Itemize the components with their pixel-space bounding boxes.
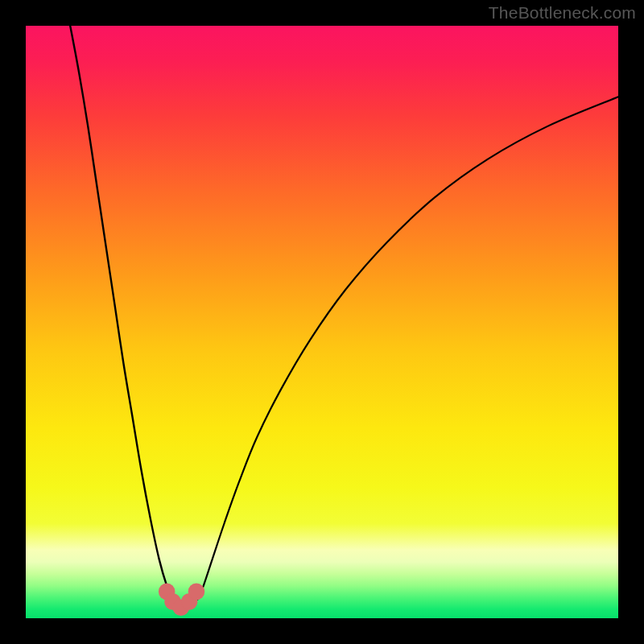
left-branch-path (70, 26, 172, 599)
plot-area (26, 26, 618, 618)
marker-dot (188, 584, 205, 601)
right-branch-path (197, 97, 618, 599)
bottleneck-curve (26, 26, 618, 618)
trough-markers (159, 584, 204, 616)
chart-frame: TheBottleneck.com (0, 0, 644, 644)
watermark-label: TheBottleneck.com (489, 3, 636, 23)
